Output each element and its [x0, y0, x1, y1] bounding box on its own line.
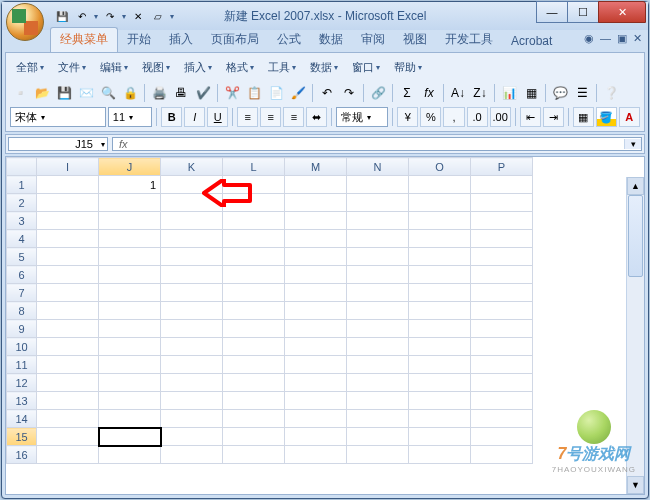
name-box[interactable]: J15▾ [8, 137, 108, 151]
cell[interactable] [161, 302, 223, 320]
tab-insert[interactable]: 插入 [160, 28, 202, 52]
print-preview-icon[interactable]: 🔍 [98, 83, 118, 103]
cell[interactable] [223, 356, 285, 374]
cell[interactable] [37, 374, 99, 392]
tab-review[interactable]: 审阅 [352, 28, 394, 52]
cell[interactable] [161, 410, 223, 428]
mdi-restore-button[interactable]: ▣ [617, 32, 627, 45]
undo-dropdown-icon[interactable]: ▾ [94, 12, 98, 21]
undo-icon[interactable]: ↶ [74, 8, 90, 24]
menu-file[interactable]: 文件▾ [52, 58, 92, 77]
cell[interactable] [347, 446, 409, 464]
save-icon[interactable]: 💾 [54, 83, 74, 103]
spelling-icon[interactable]: ✔️ [193, 83, 213, 103]
mdi-close-button[interactable]: ✕ [633, 32, 642, 45]
menu-view[interactable]: 视图▾ [136, 58, 176, 77]
minimize-button[interactable]: — [536, 1, 568, 23]
copy-icon[interactable]: 📋 [244, 83, 264, 103]
redo-icon[interactable]: ↷ [102, 8, 118, 24]
cell[interactable] [161, 320, 223, 338]
cell[interactable] [37, 446, 99, 464]
cell[interactable] [285, 428, 347, 446]
cell[interactable] [285, 248, 347, 266]
row-header[interactable]: 4 [7, 230, 37, 248]
row-header[interactable]: 8 [7, 302, 37, 320]
close-button[interactable]: ✕ [598, 1, 646, 23]
tab-acrobat[interactable]: Acrobat [502, 31, 561, 52]
tab-data[interactable]: 数据 [310, 28, 352, 52]
merge-button[interactable]: ⬌ [306, 107, 327, 127]
cell[interactable] [347, 266, 409, 284]
cell[interactable] [37, 356, 99, 374]
cell[interactable] [37, 194, 99, 212]
cell[interactable] [37, 428, 99, 446]
cell[interactable] [409, 374, 471, 392]
help-icon[interactable]: ❔ [601, 83, 621, 103]
column-header[interactable]: I [37, 158, 99, 176]
comma-button[interactable]: , [443, 107, 464, 127]
cell[interactable] [347, 410, 409, 428]
cell[interactable] [285, 194, 347, 212]
cell[interactable] [347, 302, 409, 320]
cell[interactable] [161, 446, 223, 464]
office-button[interactable] [6, 3, 44, 41]
pivot-icon[interactable]: ▦ [521, 83, 541, 103]
menu-window[interactable]: 窗口▾ [346, 58, 386, 77]
cell[interactable] [347, 338, 409, 356]
cell[interactable] [223, 302, 285, 320]
cell[interactable] [99, 374, 161, 392]
cell[interactable] [99, 410, 161, 428]
row-header[interactable]: 5 [7, 248, 37, 266]
new-icon[interactable]: ▫️ [10, 83, 30, 103]
cell[interactable] [409, 356, 471, 374]
cell[interactable] [223, 248, 285, 266]
cell[interactable] [471, 374, 533, 392]
cell[interactable] [285, 338, 347, 356]
font-combo[interactable]: 宋体▾ [10, 107, 106, 127]
row-header[interactable]: 12 [7, 374, 37, 392]
cell[interactable] [285, 176, 347, 194]
cell[interactable] [99, 230, 161, 248]
mail-icon[interactable]: ✉️ [76, 83, 96, 103]
select-all-corner[interactable] [7, 158, 37, 176]
cell[interactable] [37, 230, 99, 248]
cell[interactable] [409, 428, 471, 446]
column-header[interactable]: P [471, 158, 533, 176]
align-left-button[interactable]: ≡ [237, 107, 258, 127]
cell[interactable] [99, 446, 161, 464]
toggle-icon[interactable]: ☰ [572, 83, 592, 103]
cell[interactable] [223, 338, 285, 356]
cell[interactable] [161, 230, 223, 248]
row-header[interactable]: 9 [7, 320, 37, 338]
mdi-minimize-button[interactable]: — [600, 32, 611, 45]
cell[interactable] [471, 410, 533, 428]
cell[interactable] [99, 266, 161, 284]
currency-button[interactable]: ¥ [397, 107, 418, 127]
cell[interactable] [161, 428, 223, 446]
cell[interactable] [161, 266, 223, 284]
row-header[interactable]: 15 [7, 428, 37, 446]
cell[interactable] [471, 356, 533, 374]
cell[interactable] [347, 176, 409, 194]
cell[interactable] [223, 194, 285, 212]
row-header[interactable]: 2 [7, 194, 37, 212]
cell[interactable] [471, 266, 533, 284]
cell[interactable] [285, 266, 347, 284]
scroll-down-icon[interactable]: ▼ [627, 476, 644, 494]
clear-icon[interactable]: ✕ [130, 8, 146, 24]
align-right-button[interactable]: ≡ [283, 107, 304, 127]
decrease-decimal-button[interactable]: .00 [490, 107, 511, 127]
row-header[interactable]: 14 [7, 410, 37, 428]
row-header[interactable]: 10 [7, 338, 37, 356]
row-header[interactable]: 7 [7, 284, 37, 302]
cell[interactable] [285, 284, 347, 302]
cell[interactable] [285, 410, 347, 428]
decrease-indent-button[interactable]: ⇤ [520, 107, 541, 127]
qat-customize-icon[interactable]: ▾ [170, 12, 174, 21]
percent-button[interactable]: % [420, 107, 441, 127]
hyperlink-icon[interactable]: 🔗 [368, 83, 388, 103]
scroll-up-icon[interactable]: ▲ [627, 177, 644, 195]
cell[interactable] [161, 176, 223, 194]
cell[interactable] [37, 248, 99, 266]
increase-indent-button[interactable]: ⇥ [543, 107, 564, 127]
